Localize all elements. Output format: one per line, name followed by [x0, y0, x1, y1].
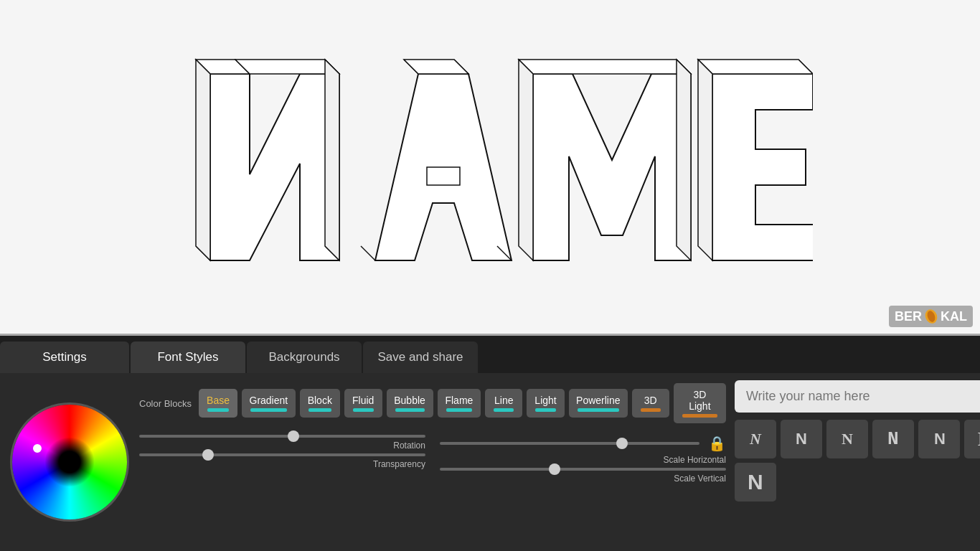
- transparency-thumb[interactable]: [202, 449, 214, 461]
- color-blocks-label: Color Blocks: [139, 398, 192, 409]
- color-wheel[interactable]: [12, 405, 127, 519]
- scale-h-label: Scale Horizontal: [440, 455, 726, 465]
- scale-slider-group: 🔒 Scale Horizontal Scale Vertical: [440, 435, 726, 484]
- lock-icon[interactable]: 🔒: [708, 435, 726, 452]
- scale-v-label: Scale Vertical: [440, 474, 726, 484]
- panel-content: Color Blocks Base Gradient Block Fluid: [0, 373, 980, 551]
- tab-save-share[interactable]: Save and share: [363, 342, 478, 373]
- style-btn-base[interactable]: Base: [199, 389, 237, 418]
- style-btn-bar-light: [535, 408, 556, 412]
- font-preview-8[interactable]: N: [735, 463, 776, 501]
- tab-settings[interactable]: Settings: [0, 342, 129, 373]
- tab-backgrounds[interactable]: Backgrounds: [247, 342, 362, 373]
- style-btn-3d-light[interactable]: 3D Light: [674, 383, 726, 423]
- svg-marker-26: [698, 60, 813, 74]
- style-btn-bar-bubble: [395, 408, 425, 412]
- berkal-text-1: BER: [895, 309, 922, 324]
- svg-marker-9: [325, 60, 339, 260]
- color-wheel-dot[interactable]: [33, 444, 42, 453]
- style-btn-bar-3d: [641, 408, 661, 412]
- style-btn-line[interactable]: Line: [485, 389, 522, 418]
- rotation-label: Rotation: [139, 441, 425, 451]
- font-preview-5[interactable]: N: [964, 420, 980, 458]
- sliders-section: Rotation Transparency 🔒 Scale Horizontal: [139, 435, 726, 484]
- svg-marker-22: [677, 60, 691, 260]
- svg-marker-17: [533, 74, 691, 260]
- style-btn-block[interactable]: Block: [300, 389, 340, 418]
- style-btn-gradient[interactable]: Gradient: [242, 389, 296, 418]
- berkal-leaf-icon: [923, 309, 939, 324]
- svg-marker-7: [196, 60, 210, 260]
- svg-marker-23: [712, 74, 813, 260]
- style-btn-bar-line: [494, 408, 514, 412]
- style-btn-fluid[interactable]: Fluid: [344, 389, 382, 418]
- style-btn-powerline[interactable]: Powerline: [569, 389, 628, 418]
- font-preview-2[interactable]: N: [826, 420, 868, 458]
- style-btn-bar-block: [308, 408, 331, 412]
- color-blocks-row: Color Blocks Base Gradient Block Fluid: [139, 383, 726, 423]
- transparency-label: Transparency: [139, 459, 425, 469]
- transparency-track[interactable]: [139, 453, 425, 456]
- font-preview-1[interactable]: N: [781, 420, 822, 458]
- rotation-thumb[interactable]: [288, 430, 299, 442]
- style-btn-flame[interactable]: Flame: [438, 389, 481, 418]
- name-input[interactable]: [735, 380, 980, 413]
- style-btn-bar-flame: [446, 408, 473, 412]
- style-btn-bubble[interactable]: Bubble: [387, 389, 433, 418]
- svg-marker-8: [235, 60, 339, 74]
- middle-controls: Color Blocks Base Gradient Block Fluid: [139, 380, 726, 544]
- scale-h-thumb[interactable]: [616, 438, 628, 449]
- font-preview-0[interactable]: N: [735, 420, 776, 458]
- svg-marker-21: [519, 60, 533, 260]
- scale-v-thumb[interactable]: [549, 463, 560, 475]
- scale-h-row: 🔒: [440, 435, 726, 452]
- canvas-area: [0, 0, 980, 336]
- scale-v-track[interactable]: [440, 468, 726, 471]
- svg-marker-20: [519, 60, 691, 74]
- scale-h-track[interactable]: [440, 442, 699, 445]
- style-btn-bar-fluid: [353, 408, 374, 412]
- svg-marker-27: [698, 60, 712, 260]
- font-previews: N N N N N N N N N: [735, 420, 980, 501]
- style-btn-light[interactable]: Light: [527, 389, 565, 418]
- berkal-text-2: KAL: [941, 309, 967, 324]
- svg-line-15: [361, 246, 375, 260]
- tabs-row: Settings Font Styles Backgrounds Save an…: [0, 336, 980, 373]
- tab-font-styles[interactable]: Font Styles: [131, 342, 245, 373]
- style-btn-bar-powerline: [578, 408, 619, 412]
- font-preview-4[interactable]: N: [918, 420, 960, 458]
- bottom-panel: Settings Font Styles Backgrounds Save an…: [0, 336, 980, 551]
- rotation-track[interactable]: [139, 435, 425, 438]
- name-input-container: [735, 380, 980, 413]
- berkal-logo: BER KAL: [889, 306, 973, 327]
- svg-marker-14: [404, 60, 468, 74]
- svg-marker-0: [210, 74, 339, 260]
- svg-rect-11: [427, 167, 460, 185]
- style-btn-bar-3d-light: [682, 414, 717, 418]
- style-btn-bar-gradient: [250, 408, 287, 412]
- style-btn-3d[interactable]: 3D: [632, 389, 669, 418]
- right-section: N N N N N N N N N: [735, 380, 980, 544]
- rotation-slider-group: Rotation Transparency: [139, 435, 425, 484]
- color-wheel-container: [9, 380, 131, 544]
- font-preview-3[interactable]: N: [872, 420, 914, 458]
- graffiti-svg: [167, 31, 813, 303]
- style-btn-bar-base: [207, 408, 229, 412]
